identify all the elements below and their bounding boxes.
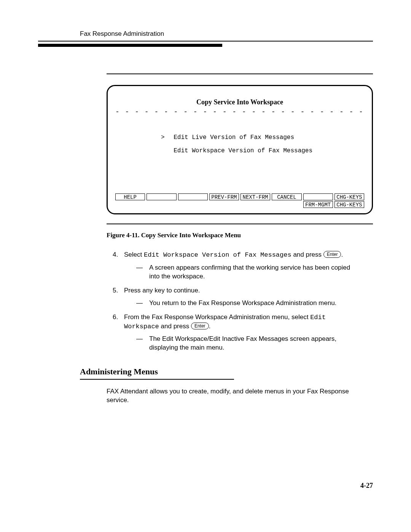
step-tail: .	[341, 251, 343, 258]
running-header: Fax Response Administration	[80, 30, 373, 38]
fkey-blank[interactable]	[303, 193, 333, 200]
step-6: 6. From the Fax Response Workspace Admin…	[107, 313, 358, 353]
enter-keycap: Enter	[323, 251, 341, 258]
step-4: 4. Select Edit Workspace Version of Fax …	[107, 251, 358, 281]
menu-item-label: Edit Live Version of Fax Messages	[174, 134, 294, 141]
fkey-blank	[241, 201, 270, 208]
figure-bottom-rule	[107, 224, 373, 224]
step-number: 6.	[113, 313, 118, 322]
fkey-blank[interactable]	[178, 193, 208, 200]
step-6-sub: The Edit Workspace/Edit Inactive Fax Mes…	[136, 335, 358, 352]
page-number: 4-27	[360, 481, 373, 490]
step-number: 4.	[113, 251, 118, 259]
step-5: 5. Press any key to continue. You return…	[107, 286, 358, 308]
step-text-mid: and press	[159, 323, 191, 330]
fkey-blank	[209, 201, 239, 208]
fkey-blank	[178, 201, 208, 208]
enter-keycap: Enter	[191, 323, 209, 329]
fkey-frm-mgmt[interactable]: FRM-MGMT	[303, 201, 333, 208]
fkey-cancel[interactable]: CANCEL	[272, 193, 301, 200]
menu-item[interactable]: > Edit Live Version of Fax Messages	[161, 134, 364, 142]
step-text: From the Fax Response Workspace Administ…	[124, 313, 326, 330]
cursor-icon	[161, 147, 166, 155]
fkey-blank[interactable]	[147, 193, 176, 200]
figure-caption: Figure 4-11. Copy Service Into Workspace…	[107, 231, 373, 240]
step-text: Select Edit Workspace Version of Fax Mes…	[124, 251, 343, 258]
fkey-blank	[272, 201, 301, 208]
step-4-sub: A screen appears confirming that the wor…	[136, 264, 358, 281]
step-5-sub: You return to the Fax Response Workspace…	[136, 299, 358, 308]
screen-title-underline: - - - - - - - - - - - - - - - - - - - - …	[115, 107, 364, 117]
mono-text: Edit Workspace Version of Fax Messages	[144, 251, 292, 259]
terminal-screen: Copy Service Into Workspace - - - - - - …	[107, 85, 373, 214]
cursor-icon: >	[161, 134, 166, 142]
fkey-help[interactable]: HELP	[115, 193, 145, 200]
menu-item-label: Edit Workspace Version of Fax Messages	[174, 147, 312, 154]
step-number: 5.	[113, 286, 118, 295]
menu-list: > Edit Live Version of Fax Messages Edit…	[161, 134, 364, 155]
fkey-blank	[115, 201, 145, 208]
section-heading-rule	[80, 379, 234, 380]
fkey-chg-keys[interactable]: CHG-KEYS	[335, 201, 364, 208]
step-text: Press any key to continue.	[124, 287, 200, 294]
fkey-chg-keys[interactable]: CHG-KEYS	[335, 193, 364, 200]
screen-title: Copy Service Into Workspace	[115, 97, 364, 107]
header-rule-full	[38, 41, 373, 42]
figure-top-rule	[107, 73, 373, 74]
step-text-post: and press	[292, 251, 323, 258]
menu-item[interactable]: Edit Workspace Version of Fax Messages	[161, 147, 364, 155]
fkey-prev-frm[interactable]: PREV-FRM	[209, 193, 239, 200]
fkey-next-frm[interactable]: NEXT-FRM	[241, 193, 270, 200]
function-key-bar: HELP PREV-FRM NEXT-FRM CANCEL CHG-KEYS	[115, 193, 364, 208]
fkey-blank	[147, 201, 176, 208]
section-paragraph: FAX Attendant allows you to create, modi…	[107, 387, 358, 405]
step-text-pre: Select	[124, 251, 144, 258]
step-text-pre: From the Fax Response Workspace Administ…	[124, 313, 310, 321]
step-tail: .	[209, 323, 211, 330]
section-heading: Administering Menus	[80, 366, 373, 377]
